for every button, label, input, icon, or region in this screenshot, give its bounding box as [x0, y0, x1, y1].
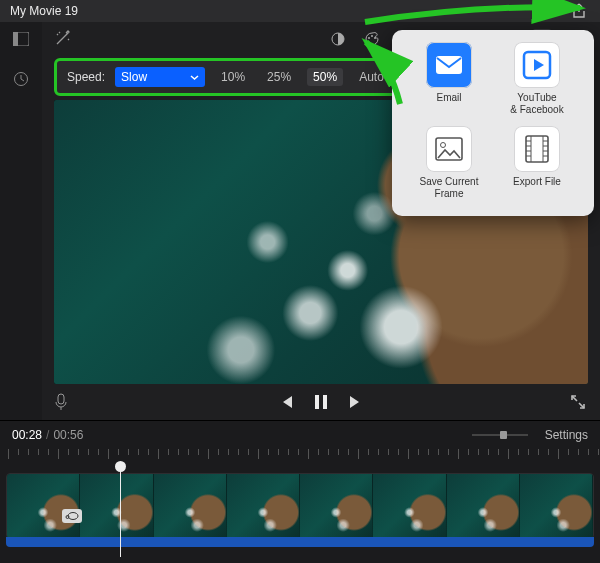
- timeline-panel: 00:28 / 00:56 Settings: [0, 420, 600, 563]
- svg-rect-1: [13, 32, 18, 46]
- mic-icon[interactable]: [54, 393, 68, 411]
- image-icon: [426, 126, 472, 172]
- title-bar: My Movie 19: [0, 0, 600, 23]
- svg-rect-12: [315, 395, 319, 409]
- playhead[interactable]: [120, 467, 121, 557]
- time-current: 00:28: [12, 428, 42, 442]
- app-window: My Movie 19 Speed:: [0, 0, 600, 563]
- speed-selected: Slow: [121, 70, 147, 84]
- speed-auto[interactable]: Auto: [353, 68, 390, 86]
- svg-point-6: [374, 37, 376, 39]
- timeline[interactable]: [0, 467, 600, 557]
- ruler[interactable]: [0, 449, 600, 465]
- time-total: 00:56: [53, 428, 83, 442]
- svg-point-5: [371, 35, 373, 37]
- pause-button[interactable]: [314, 394, 328, 410]
- svg-rect-20: [526, 136, 548, 162]
- share-label: Email: [436, 92, 461, 104]
- next-button[interactable]: [348, 394, 364, 410]
- sidebar-toggle-icon[interactable]: [0, 22, 42, 56]
- timeline-header: 00:28 / 00:56 Settings: [0, 421, 600, 449]
- share-export-file[interactable]: Export File: [502, 126, 572, 200]
- share-youtube-facebook[interactable]: YouTube & Facebook: [502, 42, 572, 116]
- speed-25[interactable]: 25%: [261, 68, 297, 86]
- speed-label: Speed:: [67, 70, 105, 84]
- prev-button[interactable]: [278, 394, 294, 410]
- slow-badge-icon: [62, 509, 82, 523]
- chevron-down-icon: [190, 73, 199, 82]
- share-label: YouTube & Facebook: [510, 92, 563, 116]
- share-label: Save Current Frame: [414, 176, 484, 200]
- share-label: Export File: [513, 176, 561, 188]
- svg-point-14: [68, 513, 78, 520]
- project-title: My Movie 19: [10, 4, 78, 18]
- film-icon: [514, 126, 560, 172]
- share-save-frame[interactable]: Save Current Frame: [414, 126, 484, 200]
- speed-dropdown[interactable]: Slow: [115, 67, 205, 87]
- audio-track[interactable]: [6, 537, 594, 547]
- mail-icon: [426, 42, 472, 88]
- share-icon[interactable]: [572, 3, 586, 19]
- settings-button[interactable]: Settings: [545, 428, 588, 442]
- share-email[interactable]: Email: [414, 42, 484, 116]
- fullscreen-icon[interactable]: [570, 394, 586, 410]
- play-icon: [514, 42, 560, 88]
- contrast-icon[interactable]: [328, 29, 348, 49]
- speed-10[interactable]: 10%: [215, 68, 251, 86]
- speed-50[interactable]: 50%: [307, 68, 343, 86]
- sidebar-clock-icon[interactable]: [0, 62, 42, 96]
- svg-point-4: [368, 37, 370, 39]
- palette-icon[interactable]: [362, 29, 382, 49]
- svg-point-19: [441, 143, 446, 148]
- transport-bar: [42, 384, 600, 420]
- video-clip[interactable]: [6, 473, 594, 539]
- svg-rect-13: [323, 395, 327, 409]
- svg-rect-16: [436, 56, 462, 74]
- zoom-slider[interactable]: [472, 431, 528, 439]
- share-popover: Email YouTube & Facebook Save Current Fr…: [392, 30, 594, 216]
- magic-wand-icon[interactable]: [54, 29, 72, 47]
- svg-point-15: [66, 516, 69, 519]
- svg-rect-11: [58, 394, 64, 404]
